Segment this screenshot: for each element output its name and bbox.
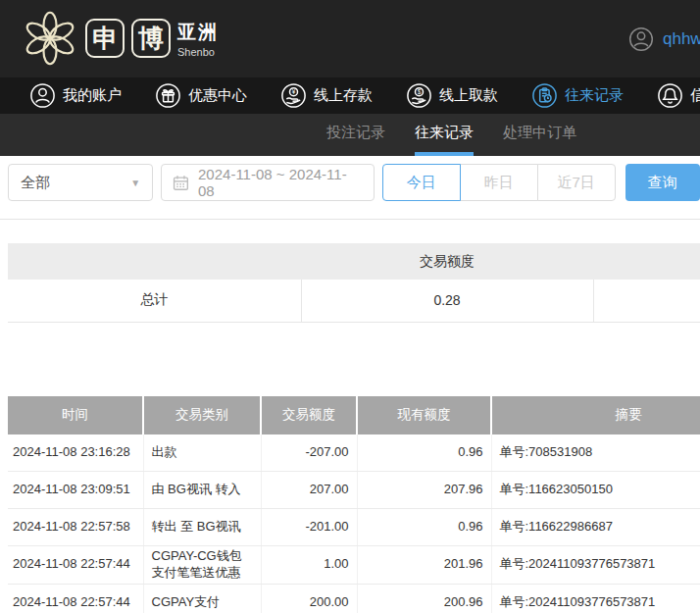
cell-type: CGPAY支付 <box>143 584 261 613</box>
deposit-icon: ¥ <box>280 82 307 109</box>
summary-total-label: 总计 <box>8 280 301 322</box>
summary-empty-cell <box>593 280 700 322</box>
record-tab-bar: 投注记录 往来记录 处理中订单 <box>0 114 700 156</box>
chevron-down-icon: ▼ <box>130 178 140 188</box>
date-range-value: 2024-11-08 ~ 2024-11-08 <box>198 166 363 199</box>
cell-time: 2024-11-08 22:57:44 <box>8 546 143 585</box>
filter-section: 全部 ▼ 2024-11-08 ~ 2024-11-08 今日 昨日 近7日 查… <box>0 156 700 220</box>
search-button[interactable]: 查询 <box>625 164 700 201</box>
table-row: 2024-11-08 23:16:28出款-207.000.96单号:70853… <box>8 434 700 472</box>
cell-amount: 207.00 <box>261 472 357 509</box>
username[interactable]: qhhw <box>663 29 700 49</box>
cell-amount: -201.00 <box>261 509 357 546</box>
nav-item-my-account[interactable]: 我的账户 <box>29 82 122 109</box>
bell-icon <box>657 82 683 109</box>
tab-label: 处理中订单 <box>503 124 576 142</box>
summary-total-value: 0.28 <box>301 280 593 322</box>
nav-label: 线上取款 <box>439 86 498 105</box>
transactions-table: 时间 交易类别 交易额度 现有额度 摘要 2024-11-08 23:16:28… <box>8 396 700 613</box>
tab-label: 投注记录 <box>326 124 385 142</box>
cell-balance: 200.96 <box>357 584 491 613</box>
summary-header-empty <box>8 243 301 280</box>
svg-text:$: $ <box>418 88 422 95</box>
nav-item-transactions[interactable]: 往来记录 <box>531 82 624 109</box>
type-select[interactable]: 全部 ▼ <box>8 164 153 201</box>
cell-time: 2024-11-08 23:09:51 <box>8 472 143 509</box>
calendar-icon <box>173 175 189 191</box>
logo-char-box-1: 申 <box>85 19 125 58</box>
date-range-input[interactable]: 2024-11-08 ~ 2024-11-08 <box>161 164 375 201</box>
records-icon <box>531 82 558 109</box>
today-button[interactable]: 今日 <box>382 164 461 201</box>
summary-table: 交易额度 总计 0.28 <box>8 243 700 323</box>
type-select-value: 全部 <box>21 174 50 192</box>
tab-transaction-records[interactable]: 往来记录 <box>415 114 474 156</box>
table-row: 2024-11-08 22:57:44CGPAY支付200.00200.96单号… <box>8 584 700 613</box>
nav-label: 我的账户 <box>63 86 122 105</box>
main-nav: 我的账户 优惠中心 ¥ 线上存款 $ 线上取款 <box>0 77 700 114</box>
table-row: 2024-11-08 23:09:51由 BG视讯 转入207.00207.96… <box>8 472 700 509</box>
user-avatar-icon <box>628 26 654 52</box>
top-header: 申 博 亚洲 Shenbo qhhw <box>0 0 700 77</box>
summary-header-row: 交易额度 <box>8 243 700 280</box>
logo-char-box-2: 博 <box>131 19 171 58</box>
col-header-time: 时间 <box>8 396 143 434</box>
quick-btn-label: 昨日 <box>484 174 514 192</box>
summary-total-row: 总计 0.28 <box>8 280 700 322</box>
cell-time: 2024-11-08 23:16:28 <box>8 434 143 472</box>
nav-label: 往来记录 <box>565 86 624 105</box>
quick-date-button-group: 今日 昨日 近7日 <box>382 164 616 201</box>
table-row: 2024-11-08 22:57:58转出 至 BG视讯-201.000.96单… <box>8 509 700 546</box>
summary-header-empty-2 <box>593 243 700 280</box>
user-account[interactable]: qhhw <box>628 26 700 52</box>
cell-balance: 0.96 <box>357 434 491 472</box>
summary-header-amount: 交易额度 <box>301 243 593 280</box>
nav-item-withdraw[interactable]: $ 线上取款 <box>406 82 498 109</box>
quick-btn-label: 近7日 <box>558 174 595 192</box>
transactions-body: 2024-11-08 23:16:28出款-207.000.96单号:70853… <box>8 434 700 613</box>
col-header-type: 交易类别 <box>143 396 261 434</box>
col-header-remark: 摘要 <box>491 396 700 434</box>
tab-label: 往来记录 <box>415 124 474 142</box>
brand-logo[interactable]: 申 博 亚洲 Shenbo <box>0 0 700 67</box>
gift-icon <box>155 82 181 109</box>
cell-remark: 单号:708531908 <box>491 434 700 472</box>
cell-time: 2024-11-08 22:57:44 <box>8 584 143 613</box>
nav-label: 信息 <box>690 86 700 105</box>
col-header-balance: 现有额度 <box>357 396 491 434</box>
cell-type: 转出 至 BG视讯 <box>143 509 261 546</box>
logo-char-1: 申 <box>92 26 118 51</box>
nav-label: 线上存款 <box>314 86 373 105</box>
cell-type: 由 BG视讯 转入 <box>143 472 261 509</box>
cell-remark: 单号:116622986687 <box>491 509 700 546</box>
withdraw-icon: $ <box>406 82 432 109</box>
last-7-days-button[interactable]: 近7日 <box>537 164 616 201</box>
cell-type: CGPAY-CG钱包支付笔笔送优惠 <box>143 546 261 585</box>
cell-balance: 201.96 <box>357 546 491 585</box>
table-row: 2024-11-08 22:57:44CGPAY-CG钱包支付笔笔送优惠1.00… <box>8 546 700 585</box>
cell-type: 出款 <box>143 434 261 472</box>
tab-betting-records[interactable]: 投注记录 <box>326 114 385 156</box>
brand-region: 亚洲 <box>177 20 219 45</box>
cell-balance: 207.96 <box>357 472 491 509</box>
nav-item-messages[interactable]: 信息 <box>657 82 700 109</box>
cell-amount: 1.00 <box>261 546 357 585</box>
cell-amount: -207.00 <box>261 434 357 472</box>
cell-remark: 单号:202411093776573871 <box>491 584 700 613</box>
cell-amount: 200.00 <box>261 584 357 613</box>
nav-item-deposit[interactable]: ¥ 线上存款 <box>280 82 373 109</box>
yesterday-button[interactable]: 昨日 <box>460 164 538 201</box>
col-header-amount: 交易额度 <box>261 396 357 434</box>
transactions-header-row: 时间 交易类别 交易额度 现有额度 摘要 <box>8 396 700 434</box>
nav-item-promotions[interactable]: 优惠中心 <box>155 82 247 109</box>
cell-remark: 单号:202411093776573871 <box>491 546 700 585</box>
flower-logo-icon <box>22 10 78 67</box>
tab-pending-orders[interactable]: 处理中订单 <box>503 114 576 156</box>
user-icon <box>29 82 56 109</box>
nav-label: 优惠中心 <box>188 86 247 105</box>
logo-char-2: 博 <box>138 26 164 51</box>
brand-name-en: Shenbo <box>177 46 219 58</box>
quick-btn-label: 今日 <box>407 174 436 192</box>
cell-remark: 单号:116623050150 <box>491 472 700 509</box>
brand-text: 亚洲 Shenbo <box>177 20 219 58</box>
